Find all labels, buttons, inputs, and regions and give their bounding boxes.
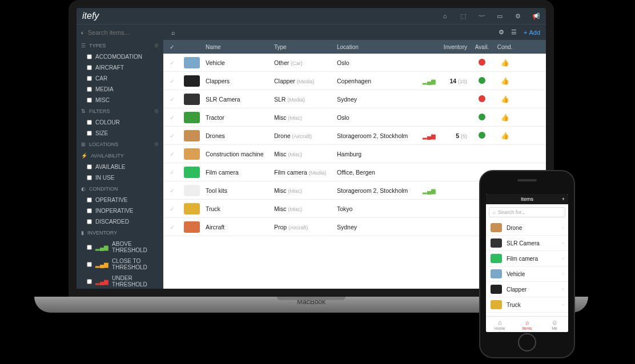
settings-icon[interactable]: ⚙ (514, 12, 522, 20)
col-location[interactable]: Location (333, 44, 419, 50)
sidebar-item[interactable]: CAR (77, 73, 163, 84)
gear-icon[interactable]: ⚙ (154, 141, 159, 147)
filters-header[interactable]: ⇅FILTERS⚙ (77, 106, 163, 117)
types-header[interactable]: ☰TYPES⚙ (77, 40, 163, 51)
badge-icon[interactable]: ▭ (496, 12, 504, 20)
row-check[interactable]: ✓ (163, 224, 180, 230)
table-row[interactable]: ✓ClappersClapper (Media)Copenhagen▂▄▆14 … (163, 72, 546, 90)
col-type[interactable]: Type (271, 44, 333, 50)
item-location: Sydney (333, 96, 419, 103)
sidebar-item[interactable]: AVAILABLE (77, 161, 163, 172)
sidebar-item[interactable]: ACCOMODATION (77, 51, 163, 62)
checkbox[interactable] (87, 76, 92, 81)
item-location: Tokyo (333, 205, 419, 212)
row-check[interactable]: ✓ (163, 205, 180, 212)
sidebar-item-label: MISC (95, 97, 110, 103)
sidebar-item[interactable]: SIZE (77, 128, 163, 139)
col-cond[interactable]: Cond. (493, 44, 516, 50)
sidebar-item[interactable]: AIRCRAFT (77, 62, 163, 73)
phone-list-item[interactable]: Clapper› (486, 282, 568, 297)
inventory-header[interactable]: ▮INVENTORY (77, 227, 163, 238)
phone-list-item[interactable]: SLR Camera› (486, 236, 568, 251)
table-row[interactable]: ✓TractorMisc (Misc)Oslo👍 (163, 108, 546, 127)
row-check[interactable]: ✓ (163, 96, 180, 103)
item-location: Storageroom 2, Stockholm (333, 187, 419, 194)
chevron-right-icon: › (562, 271, 564, 277)
item-location: Sydney (333, 224, 419, 230)
col-inventory[interactable]: Inventory (436, 44, 471, 50)
row-check[interactable]: ✓ (163, 59, 180, 66)
select-all[interactable]: ✓ (163, 44, 180, 50)
home-icon[interactable]: ⌂ (441, 12, 449, 20)
phone-tab[interactable]: ⌕Items (513, 317, 541, 332)
checkbox[interactable] (87, 279, 92, 284)
sidebar-item[interactable]: ▂▄▆CLOSE TO THRESHOLD (77, 256, 163, 273)
locations-header[interactable]: ⊞LOCATIONS⚙ (77, 139, 163, 150)
phone-list-item[interactable]: Drone› (486, 220, 568, 236)
row-check[interactable]: ✓ (163, 114, 180, 121)
signal-icon: ▂▄▆ (95, 244, 108, 250)
sidebar-item[interactable]: DISCARDED (77, 216, 163, 227)
table-row[interactable]: ✓Construction machineMisc (Misc)Hamburg (163, 145, 546, 163)
sidebar-item[interactable]: MISC (77, 95, 163, 106)
sidebar-item[interactable]: ▂▄▆ABOVE THRESHOLD (77, 238, 163, 256)
sidebar-item[interactable]: MEDIA (77, 84, 163, 95)
checkbox[interactable] (87, 98, 92, 103)
row-check[interactable]: ✓ (163, 132, 180, 139)
row-check[interactable]: ✓ (163, 187, 180, 194)
col-avail[interactable]: Avail. (471, 44, 493, 50)
checkbox[interactable] (87, 120, 92, 125)
phone-tab[interactable]: ☺Me (541, 317, 568, 332)
phone-list-item[interactable]: Truck› (486, 297, 568, 313)
table-row[interactable]: ✓VehicleOther (Car)Oslo👍 (163, 54, 546, 72)
phone-list-item[interactable]: Film camera› (486, 251, 568, 266)
checkbox[interactable] (87, 131, 92, 136)
checkbox[interactable] (87, 65, 92, 70)
activity-icon[interactable]: 〰 (477, 12, 485, 20)
search-input[interactable] (88, 29, 167, 36)
checkbox[interactable] (87, 219, 92, 224)
phone-list-item[interactable]: Vehicle› (486, 266, 568, 282)
phone-search-input[interactable]: ⌕ Search for... (489, 207, 565, 217)
checkbox[interactable] (87, 164, 92, 169)
checkbox[interactable] (87, 197, 92, 203)
checkbox[interactable] (87, 87, 92, 92)
table-row[interactable]: ✓DronesDrone (Aircraft)Storageroom 2, St… (163, 127, 546, 145)
table-row[interactable]: ✓SLR CameraSLR (Media)Sydney👍 (163, 90, 546, 108)
add-button[interactable]: +Add (524, 29, 540, 36)
availability-dot (479, 132, 485, 139)
sidebar-item[interactable]: COLOUR (77, 117, 163, 128)
col-name[interactable]: Name (202, 44, 271, 50)
tab-icon: ⌕ (525, 319, 529, 326)
chevron-right-icon: › (562, 225, 564, 230)
row-check[interactable]: ✓ (163, 78, 180, 84)
search-icon[interactable]: ⌕ (171, 29, 175, 36)
gear-icon[interactable]: ⚙ (154, 108, 159, 114)
condition-header[interactable]: ◐CONDITION (77, 183, 163, 195)
gear-icon[interactable]: ⚙ (154, 43, 159, 48)
back-icon[interactable]: ‹ (81, 29, 83, 36)
row-check[interactable]: ✓ (163, 151, 180, 157)
announce-icon[interactable]: 📢 (532, 12, 540, 20)
checkbox[interactable] (87, 245, 92, 250)
package-icon[interactable]: ⬚ (459, 12, 467, 20)
sidebar-item[interactable]: INOPERATIVE (77, 205, 163, 216)
item-location: Oslo (333, 114, 419, 121)
checkbox[interactable] (87, 208, 92, 213)
item-name: Tractor (202, 114, 271, 121)
phone-tab[interactable]: ⌂Home (486, 317, 513, 332)
sidebar-item[interactable]: OPERATIVE (77, 195, 163, 205)
sidebar: ☰TYPES⚙ ACCOMODATIONAIRCRAFTCARMEDIAMISC… (77, 40, 163, 289)
availability-header[interactable]: ⚡AVAILABILITY (77, 150, 163, 161)
phone-add-icon[interactable]: + (562, 196, 565, 202)
checkbox[interactable] (87, 262, 92, 267)
row-check[interactable]: ✓ (163, 169, 180, 176)
list-icon[interactable]: ☰ (511, 29, 517, 36)
checkbox[interactable] (87, 54, 92, 59)
gear-icon[interactable]: ⚙ (499, 29, 504, 36)
sidebar-item[interactable]: ▂▄▆UNDER THRESHOLD (77, 273, 163, 289)
item-thumbnail (184, 130, 200, 141)
checkbox[interactable] (87, 175, 92, 180)
item-thumbnail (491, 238, 502, 248)
sidebar-item[interactable]: IN USE (77, 172, 163, 183)
